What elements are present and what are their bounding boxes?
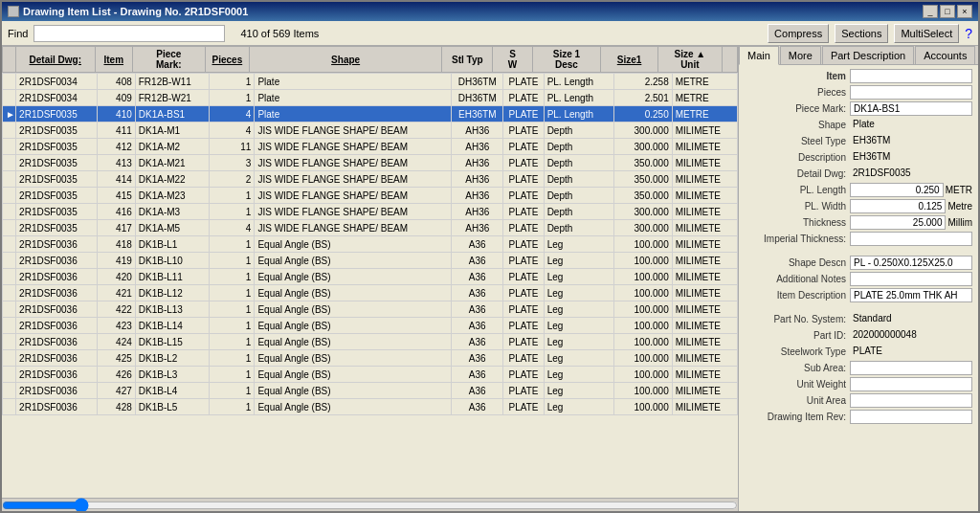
table-row[interactable]: 2R1DSF0034409FR12B-W211PlateDH36TMPLATEP… xyxy=(3,90,738,106)
col-shape-header[interactable]: Shape xyxy=(249,47,441,73)
detail-cell: 2R1DSF0036 xyxy=(16,367,98,383)
size1desc-cell: Leg xyxy=(544,269,613,285)
arrow-cell xyxy=(3,188,16,204)
table-row[interactable]: ►2R1DSF0035410DK1A-BS14PlateEH36TMPLATEP… xyxy=(3,106,738,123)
table-row[interactable]: 2R1DSF0035416DK1A-M31JIS WIDE FLANGE SHA… xyxy=(3,204,738,220)
detail-piece-mark-value[interactable]: DK1A-BS1 xyxy=(850,101,972,116)
multiselect-button[interactable]: MultiSelect xyxy=(894,24,959,43)
size1-cell: 300.000 xyxy=(613,123,672,139)
detail-part-no-system-row: Part No. System: Standard xyxy=(745,312,972,326)
help-icon[interactable]: ? xyxy=(965,26,972,41)
detail-steelwork-type-label: Steelwork Type xyxy=(745,346,850,357)
table-row[interactable]: 2R1DSF0035411DK1A-M14JIS WIDE FLANGE SHA… xyxy=(3,123,738,139)
pieces-cell: 1 xyxy=(210,301,255,318)
sizeunit-cell: MILIMETE xyxy=(672,139,737,155)
horizontal-scrollbar[interactable] xyxy=(2,498,738,511)
col-pieces-header[interactable]: Pieces xyxy=(205,47,249,73)
detail-description-value: EH36TM xyxy=(850,150,972,165)
table-row[interactable]: 2R1DSF0034408FR12B-W111PlateDH36TMPLATEP… xyxy=(3,74,738,90)
close-button[interactable]: × xyxy=(957,5,972,18)
detail-drawing-item-rev-value[interactable] xyxy=(850,410,972,424)
detail-unit-weight-value[interactable] xyxy=(850,377,972,391)
sw-cell: PLATE xyxy=(503,139,544,155)
detail-pl-width-row: PL. Width 0.125 Metre xyxy=(745,199,972,213)
col-piece-header[interactable]: PieceMark: xyxy=(132,47,205,73)
table-row[interactable]: 2R1DSF0035414DK1A-M222JIS WIDE FLANGE SH… xyxy=(3,171,738,188)
detail-cell: 2R1DSF0035 xyxy=(16,106,98,123)
sections-button[interactable]: Sections xyxy=(835,24,888,43)
shape-cell: Equal Angle (BS) xyxy=(255,350,452,367)
table-row[interactable]: 2R1DSF0036425DK1B-L21Equal Angle (BS)A36… xyxy=(3,350,738,367)
detail-imperial-thickness-value[interactable] xyxy=(850,232,972,246)
shape-cell: Equal Angle (BS) xyxy=(255,269,452,285)
sizeunit-cell: MILIMETE xyxy=(672,399,737,415)
tab-accounts[interactable]: Accounts xyxy=(915,46,975,64)
table-row[interactable]: 2R1DSF0035413DK1A-M213JIS WIDE FLANGE SH… xyxy=(3,155,738,171)
table-row[interactable]: 2R1DSF0036418DK1B-L11Equal Angle (BS)A36… xyxy=(3,236,738,253)
table-row[interactable]: 2R1DSF0035415DK1A-M231JIS WIDE FLANGE SH… xyxy=(3,188,738,204)
detail-item-description-value[interactable]: PLATE 25.0mm THK AH xyxy=(850,288,972,302)
detail-pl-width-value[interactable]: 0.125 xyxy=(850,199,946,213)
find-input[interactable] xyxy=(33,25,225,42)
shape-cell: JIS WIDE FLANGE SHAPE/ BEAM xyxy=(255,204,452,220)
arrow-cell xyxy=(3,155,16,171)
detail-steelwork-type-value: PLATE xyxy=(850,345,972,359)
sw-cell: PLATE xyxy=(503,383,544,399)
tab-part-description[interactable]: Part Description xyxy=(822,46,914,64)
tab-main[interactable]: Main xyxy=(739,46,779,65)
stltyp-cell: A36 xyxy=(452,318,503,334)
detail-drawing-item-rev-row: Drawing Item Rev: xyxy=(745,410,972,424)
table-row[interactable]: 2R1DSF0035417DK1A-M54JIS WIDE FLANGE SHA… xyxy=(3,220,738,236)
detail-item-label: Item xyxy=(745,71,850,81)
detail-unit-weight-label: Unit Weight xyxy=(745,379,850,390)
sizeunit-cell: MILIMETE xyxy=(672,220,737,236)
window-title: Drawing Item List - Drawing No. 2R1DSF00… xyxy=(23,6,919,17)
detail-shape-descn-value[interactable]: PL - 0.250X0.125X25.0 xyxy=(850,256,972,270)
col-item-header[interactable]: Item xyxy=(95,47,132,73)
size1-cell: 100.000 xyxy=(613,399,672,415)
table-row[interactable]: 2R1DSF0036424DK1B-L151Equal Angle (BS)A3… xyxy=(3,334,738,350)
col-stltyp-header[interactable]: Stl Typ xyxy=(442,47,493,73)
table-row[interactable]: 2R1DSF0036428DK1B-L51Equal Angle (BS)A36… xyxy=(3,399,738,415)
pieces-cell: 2 xyxy=(210,171,255,188)
table-scroll[interactable]: 2R1DSF0034408FR12B-W111PlateDH36TMPLATEP… xyxy=(2,73,738,498)
detail-item-value[interactable] xyxy=(850,69,972,83)
h-scroll-input[interactable] xyxy=(2,500,738,511)
pieces-cell: 1 xyxy=(210,334,255,350)
table-row[interactable]: 2R1DSF0036426DK1B-L31Equal Angle (BS)A36… xyxy=(3,367,738,383)
size1-cell: 100.000 xyxy=(613,318,672,334)
detail-part-no-system-label: Part No. System: xyxy=(745,314,850,324)
detail-sub-area-value[interactable] xyxy=(850,361,972,375)
detail-unit-area-value[interactable] xyxy=(850,393,972,408)
detail-cell: 2R1DSF0036 xyxy=(16,334,98,350)
table-row[interactable]: 2R1DSF0036420DK1B-L111Equal Angle (BS)A3… xyxy=(3,269,738,285)
table-row[interactable]: 2R1DSF0036423DK1B-L141Equal Angle (BS)A3… xyxy=(3,318,738,334)
table-row[interactable]: 2R1DSF0035412DK1A-M211JIS WIDE FLANGE SH… xyxy=(3,139,738,155)
arrow-cell xyxy=(3,285,16,301)
detail-thickness-value[interactable]: 25.000 xyxy=(850,215,946,230)
col-sw-header[interactable]: SW xyxy=(493,47,532,73)
maximize-button[interactable]: □ xyxy=(940,5,955,18)
table-row[interactable]: 2R1DSF0036421DK1B-L121Equal Angle (BS)A3… xyxy=(3,285,738,301)
stltyp-cell: A36 xyxy=(452,399,503,415)
pieces-cell: 3 xyxy=(210,155,255,171)
tab-more[interactable]: More xyxy=(780,46,821,64)
stltyp-cell: DH36TM xyxy=(452,74,503,90)
minimize-button[interactable]: _ xyxy=(923,5,938,18)
piece-cell: DK1A-M21 xyxy=(135,155,210,171)
col-size1-header[interactable]: Size1 xyxy=(601,47,658,73)
table-row[interactable]: 2R1DSF0036422DK1B-L131Equal Angle (BS)A3… xyxy=(3,301,738,318)
detail-additional-notes-value[interactable] xyxy=(850,272,972,286)
table-row[interactable]: 2R1DSF0036427DK1B-L41Equal Angle (BS)A36… xyxy=(3,383,738,399)
item-cell: 419 xyxy=(97,253,135,269)
col-detail-header[interactable]: Detail Dwg: xyxy=(15,47,95,73)
col-size1desc-header[interactable]: Size 1Desc xyxy=(532,47,600,73)
pieces-cell: 1 xyxy=(210,188,255,204)
compress-button[interactable]: Compress xyxy=(768,24,829,43)
detail-pl-length-value[interactable]: 0.250 xyxy=(850,183,944,197)
table-row[interactable]: 2R1DSF0036419DK1B-L101Equal Angle (BS)A3… xyxy=(3,253,738,269)
detail-pieces-value[interactable] xyxy=(850,85,972,100)
detail-pieces-label: Pieces xyxy=(745,87,850,98)
detail-additional-notes-label: Additional Notes xyxy=(745,274,850,284)
col-sizeunit-header[interactable]: Size ▲Unit xyxy=(657,47,722,73)
